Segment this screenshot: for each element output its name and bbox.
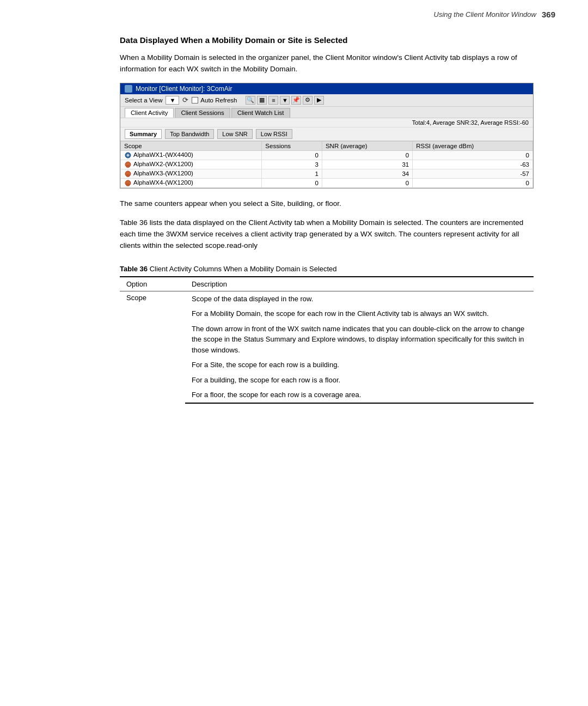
desc-text-cell: For a Site, the scope for each row is a … bbox=[185, 357, 534, 373]
total-bar: Total:4, Average SNR:32, Average RSSI:-6… bbox=[120, 118, 533, 127]
desc-para: For a building, the scope for each row i… bbox=[192, 375, 527, 386]
col-rssi: RSSI (average dBm) bbox=[413, 141, 533, 150]
table-row: AlphaWX3-(WX1200)134-57 bbox=[121, 169, 533, 178]
sub-tab-summary[interactable]: Summary bbox=[125, 129, 162, 139]
content-area: Data Displayed When a Mobility Domain or… bbox=[0, 25, 588, 425]
cell-rssi: 0 bbox=[413, 150, 533, 160]
refresh-icon[interactable]: ⟳ bbox=[182, 96, 188, 104]
cell-snr: 0 bbox=[322, 150, 412, 160]
desc-table: Option Description ScopeScope of the dat… bbox=[120, 276, 534, 404]
row-scope-icon bbox=[124, 179, 133, 186]
select-view-button[interactable]: ▼ bbox=[166, 96, 179, 105]
client-activity-table: Scope Sessions SNR (average) RSSI (avera… bbox=[120, 141, 533, 188]
desc-para: For a floor, the scope for each row is a… bbox=[192, 389, 527, 400]
monitor-tab-bar: Client Activity Client Sessions Client W… bbox=[120, 107, 533, 118]
select-view-label: Select a View bbox=[125, 97, 162, 104]
cell-scope: AlphaWX2-(WX1200) bbox=[121, 160, 262, 169]
desc-option-cell: Scope bbox=[120, 291, 185, 403]
cell-sessions: 3 bbox=[262, 160, 322, 169]
desc-table-row: ScopeScope of the data displayed in the … bbox=[120, 291, 534, 306]
sub-tab-low-rssi[interactable]: Low RSSI bbox=[256, 129, 292, 139]
page-number: 369 bbox=[542, 10, 555, 19]
table-caption: Table 36 Client Activity Columns When a … bbox=[120, 265, 534, 273]
toolbar-icon-filter[interactable]: ▼ bbox=[280, 96, 290, 105]
svg-rect-7 bbox=[127, 184, 129, 186]
page-header: Using the Client Monitor Window 369 bbox=[0, 0, 588, 25]
row-scope-icon bbox=[124, 161, 133, 167]
monitor-title-icon bbox=[125, 85, 132, 93]
cell-rssi: 0 bbox=[413, 178, 533, 187]
cell-snr: 34 bbox=[322, 169, 412, 178]
toolbar-icon-export[interactable]: ▶ bbox=[314, 96, 324, 105]
paragraph-1: When a Mobility Domain is selected in th… bbox=[120, 52, 534, 75]
desc-text-cell: For a building, the scope for each row i… bbox=[185, 373, 534, 388]
cell-sessions: 1 bbox=[262, 169, 322, 178]
desc-col-description: Description bbox=[185, 277, 534, 291]
paragraph-2: The same counters appear when you select… bbox=[120, 198, 534, 210]
cell-rssi: -63 bbox=[413, 160, 533, 169]
table-caption-bold: Table 36 bbox=[120, 265, 148, 273]
desc-text-cell: For a Mobility Domain, the scope for eac… bbox=[185, 306, 534, 321]
toolbar-icon-pin[interactable]: 📌 bbox=[291, 96, 301, 105]
cell-snr: 0 bbox=[322, 178, 412, 187]
monitor-title-text: Monitor [Client Monitor]: 3ComAir bbox=[136, 85, 232, 93]
desc-col-option: Option bbox=[120, 277, 185, 291]
table-row: AlphaWX1-(WX4400)000 bbox=[121, 150, 533, 160]
desc-para: The down arrow in front of the WX switch… bbox=[192, 324, 527, 356]
cell-scope: AlphaWX4-(WX1200) bbox=[121, 178, 262, 187]
table-caption-text: Client Activity Columns When a Mobility … bbox=[148, 265, 337, 273]
toolbar-icons: 🔍 ▦ ≡ ▼ 📌 ⚙ ▶ bbox=[246, 96, 324, 105]
cell-snr: 31 bbox=[322, 160, 412, 169]
col-sessions: Sessions bbox=[262, 141, 322, 150]
tab-client-activity[interactable]: Client Activity bbox=[125, 108, 174, 118]
sub-tab-bar: Summary Top Bandwidth Low SNR Low RSSI bbox=[120, 127, 533, 141]
cell-scope-text: AlphaWX2-(WX1200) bbox=[133, 161, 193, 167]
tab-client-sessions[interactable]: Client Sessions bbox=[175, 108, 230, 118]
table-row: AlphaWX2-(WX1200)331-63 bbox=[121, 160, 533, 169]
cell-rssi: -57 bbox=[413, 169, 533, 178]
table-row: AlphaWX4-(WX1200)000 bbox=[121, 178, 533, 187]
desc-text-cell: For a floor, the scope for each row is a… bbox=[185, 387, 534, 403]
desc-para: Scope of the data displayed in the row. bbox=[192, 294, 527, 305]
cell-sessions: 0 bbox=[262, 150, 322, 160]
svg-rect-5 bbox=[127, 175, 129, 176]
row-scope-icon bbox=[124, 170, 133, 176]
monitor-toolbar: Select a View ▼ ⟳ Auto Refresh 🔍 ▦ ≡ ▼ 📌… bbox=[120, 94, 533, 107]
desc-text-cell: Scope of the data displayed in the row. bbox=[185, 291, 534, 306]
select-view-arrow: ▼ bbox=[169, 97, 175, 104]
col-snr: SNR (average) bbox=[322, 141, 412, 150]
desc-text-cell: The down arrow in front of the WX switch… bbox=[185, 321, 534, 358]
toolbar-icon-search[interactable]: 🔍 bbox=[246, 96, 255, 105]
cell-scope: AlphaWX3-(WX1200) bbox=[121, 169, 262, 178]
sub-tab-top-bandwidth[interactable]: Top Bandwidth bbox=[165, 129, 214, 139]
toolbar-icon-list[interactable]: ≡ bbox=[268, 96, 278, 105]
toolbar-icon-grid[interactable]: ▦ bbox=[257, 96, 267, 105]
section-title: Data Displayed When a Mobility Domain or… bbox=[120, 35, 534, 45]
desc-para: For a Site, the scope for each row is a … bbox=[192, 360, 527, 370]
cell-scope-text: AlphaWX1-(WX4400) bbox=[133, 151, 193, 158]
monitor-body: Total:4, Average SNR:32, Average RSSI:-6… bbox=[120, 118, 533, 188]
col-scope: Scope bbox=[121, 141, 262, 150]
sub-tab-low-snr[interactable]: Low SNR bbox=[217, 129, 252, 139]
svg-rect-3 bbox=[127, 166, 129, 167]
cell-scope: AlphaWX1-(WX4400) bbox=[121, 150, 262, 160]
auto-refresh-checkbox[interactable] bbox=[192, 97, 198, 104]
row-scope-icon bbox=[124, 151, 133, 158]
cell-scope-text: AlphaWX3-(WX1200) bbox=[133, 170, 193, 176]
cell-sessions: 0 bbox=[262, 178, 322, 187]
auto-refresh-label: Auto Refresh bbox=[200, 97, 237, 104]
desc-para: For a Mobility Domain, the scope for eac… bbox=[192, 308, 527, 319]
tab-client-watch-list[interactable]: Client Watch List bbox=[231, 108, 290, 118]
page-container: Using the Client Monitor Window 369 Data… bbox=[0, 0, 588, 706]
paragraph-3: Table 36 lists the data displayed on the… bbox=[120, 217, 534, 252]
toolbar-icon-gear[interactable]: ⚙ bbox=[303, 96, 313, 105]
header-italic-text: Using the Client Monitor Window bbox=[434, 10, 536, 19]
monitor-titlebar: Monitor [Client Monitor]: 3ComAir bbox=[120, 83, 533, 94]
cell-scope-text: AlphaWX4-(WX1200) bbox=[133, 179, 193, 186]
monitor-window: Monitor [Client Monitor]: 3ComAir Select… bbox=[120, 83, 534, 188]
auto-refresh-area: Auto Refresh bbox=[192, 97, 237, 104]
